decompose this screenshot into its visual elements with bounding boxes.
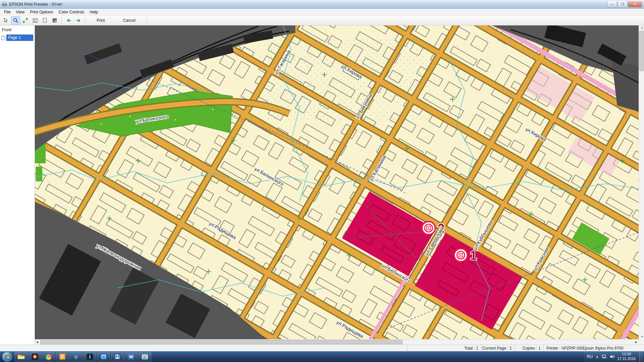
back-arrow-icon (66, 18, 71, 22)
taskbar-word[interactable]: W (125, 352, 138, 361)
menu-view[interactable]: View (13, 9, 27, 15)
image-icon (33, 18, 38, 23)
status-total: Total : 1 (407, 345, 481, 351)
fit-arrows-icon (22, 18, 28, 23)
menu-print-options[interactable]: Print Options (27, 9, 56, 15)
content-area: Front Page 1 (0, 25, 644, 345)
window-controls: — ❐ ✕ (607, 1, 642, 7)
folder-icon (17, 354, 25, 360)
pages-panel: Front Page 1 (0, 25, 35, 345)
status-printer: Printer : \\PZPIP-03\Epson Stylus Pro 97… (543, 345, 644, 351)
windows-flag-icon (5, 355, 10, 359)
taskbar-save-tool[interactable] (111, 352, 124, 361)
volume-icon[interactable] (610, 355, 614, 359)
menu-bar: File View Print Options Color Controls H… (0, 9, 644, 15)
cursor-icon (4, 18, 8, 23)
network-icon[interactable] (602, 355, 607, 359)
menu-help[interactable]: Help (87, 9, 101, 15)
maximize-button[interactable]: ❐ (618, 1, 628, 7)
taskbar-media-player[interactable] (29, 352, 41, 361)
marker-1-number: 1 (470, 249, 477, 262)
app-window-icon (100, 353, 107, 360)
scroll-up-arrow[interactable]: ▲ (641, 26, 643, 29)
map-preview: 2 1 ул.Белинского ул.Белинского ул.Белин… (35, 25, 639, 339)
system-tray: RU ▲ 12:00 17.11.2016 (584, 351, 638, 362)
cursor-tool-button[interactable] (1, 16, 10, 24)
magnifier-icon (13, 18, 18, 23)
vertical-scrollbar[interactable]: ▲ ▼ (639, 25, 644, 339)
toolbar-separator (147, 17, 147, 24)
save-disk-icon (114, 353, 121, 360)
menu-color-controls[interactable]: Color Controls (56, 9, 87, 15)
page-list-item[interactable]: Page 1 (1, 35, 33, 41)
cancel-button[interactable]: Cancel (114, 17, 144, 24)
scroll-right-arrow[interactable]: ▶ (635, 341, 637, 344)
taskbar-chrome[interactable] (42, 352, 55, 361)
horizontal-scrollbar[interactable]: ◀ ▶ (35, 339, 639, 345)
page-1-item[interactable]: Page 1 (6, 35, 33, 41)
toolbar: Print Cancel (0, 15, 644, 25)
status-spacer (0, 345, 407, 351)
horizontal-scroll-thumb[interactable] (40, 340, 402, 344)
print-button[interactable]: Print (88, 17, 114, 24)
taskbar-text-editor[interactable] (56, 352, 69, 361)
status-copies: Copies : 1 (515, 345, 543, 351)
close-button[interactable]: ✕ (628, 1, 642, 7)
page-setup-tool-button[interactable] (40, 16, 49, 24)
page-thumbnail-icon (1, 36, 5, 40)
taskbar-explorer[interactable] (15, 352, 28, 361)
clock[interactable]: 12:00 17.11.2016 (618, 352, 636, 361)
media-player-icon (32, 353, 38, 360)
toolbar-separator (61, 17, 62, 24)
color-grid-icon (52, 18, 57, 23)
tray-expand-icon[interactable]: ▲ (596, 355, 599, 358)
internet-explorer-icon: e (74, 353, 78, 360)
menu-file[interactable]: File (1, 9, 13, 15)
map-marker-1: 1 (454, 249, 477, 262)
window-title: EPSON Print Preview - Отчет (9, 2, 63, 7)
scroll-down-arrow[interactable]: ▼ (641, 336, 643, 338)
language-indicator[interactable]: RU (587, 354, 592, 359)
tray-date: 17.11.2016 (618, 357, 636, 361)
status-current-page: Current Page : 1 (481, 345, 515, 351)
vertical-scroll-thumb[interactable] (639, 31, 644, 71)
tray-time: 12:00 (618, 352, 636, 357)
text-editor-icon (59, 353, 66, 360)
forward-arrow-icon (76, 18, 81, 22)
city-map: 2 1 ул.Белинского ул.Белинского ул.Белин… (35, 25, 639, 339)
pages-panel-header: Front (2, 27, 33, 32)
taskbar-system-info[interactable] (84, 352, 96, 361)
taskbar: e W (0, 351, 644, 362)
previous-page-button[interactable] (64, 16, 73, 24)
page-icon (43, 18, 47, 23)
zoom-tool-button[interactable] (11, 16, 20, 24)
epson-print-preview-window: EPSON Print Preview - Отчет — ❐ ✕ File V… (0, 0, 644, 362)
app-icon (2, 2, 7, 7)
scrollbar-corner (639, 339, 644, 345)
image-viewer-icon (142, 354, 148, 360)
taskbar-internet-explorer[interactable]: e (70, 352, 83, 361)
word-icon: W (128, 353, 135, 360)
fit-page-tool-button[interactable] (21, 16, 30, 24)
next-page-button[interactable] (74, 16, 83, 24)
taskbar-image-viewer[interactable] (139, 352, 151, 361)
preview-image-tool-button[interactable] (31, 16, 40, 24)
minimize-button[interactable]: — (607, 1, 617, 7)
print-preview-area: 2 1 ул.Белинского ул.Белинского ул.Белин… (35, 25, 644, 345)
title-bar: EPSON Print Preview - Отчет — ❐ ✕ (0, 0, 644, 9)
start-button[interactable] (2, 352, 12, 362)
show-desktop-button[interactable] (639, 351, 643, 362)
color-controls-tool-button[interactable] (50, 16, 59, 24)
toolbar-separator (85, 17, 86, 24)
taskbar-app-window[interactable] (97, 352, 110, 361)
chrome-icon (45, 353, 52, 360)
status-bar: Total : 1 Current Page : 1 Copies : 1 Pr… (0, 345, 644, 351)
scroll-left-arrow[interactable]: ◀ (36, 341, 38, 344)
system-info-icon (87, 353, 93, 360)
